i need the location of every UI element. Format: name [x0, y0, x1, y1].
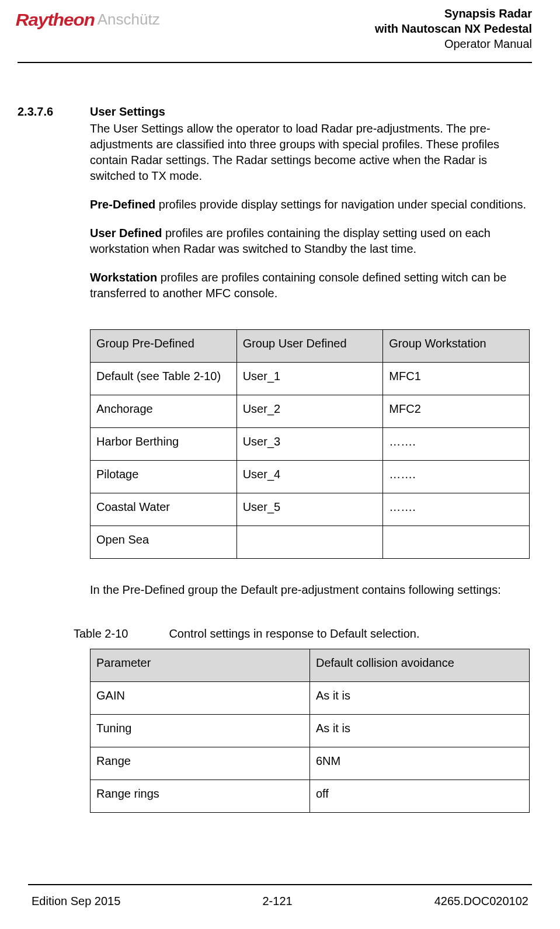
table-cell: …….: [383, 428, 530, 461]
table-row: Parameter Default collision avoidance: [91, 649, 530, 682]
logo: Raytheon Anschütz: [18, 6, 160, 32]
userdefined-term: User Defined: [90, 227, 162, 239]
table-row: Open Sea: [91, 526, 530, 559]
doc-title-block: Synapsis Radar with Nautoscan NX Pedesta…: [375, 6, 532, 51]
predefined-term: Pre-Defined: [90, 198, 155, 211]
footer-rule: [28, 884, 532, 885]
table-cell: Default (see Table 2-10): [91, 363, 237, 395]
settings-table-wrap: Parameter Default collision avoidance GA…: [90, 649, 530, 813]
page-content: 2.3.7.6 User Settings The User Settings …: [18, 63, 532, 813]
table-cell: …….: [383, 493, 530, 526]
table-cell: User_2: [236, 395, 383, 428]
footer-row: Edition Sep 2015 2-121 4265.DOC020102: [28, 893, 532, 909]
table-row: Range6NM: [91, 747, 530, 780]
table-row: Range ringsoff: [91, 780, 530, 813]
table-cell: Harbor Berthing: [91, 428, 237, 461]
section-title: User Settings: [90, 104, 165, 120]
table-row: TuningAs it is: [91, 715, 530, 747]
table-cell: MFC2: [383, 395, 530, 428]
table-row: PilotageUser_4…….: [91, 461, 530, 493]
table-cell: User_4: [236, 461, 383, 493]
table-cell: Coastal Water: [91, 493, 237, 526]
table-cell: User_1: [236, 363, 383, 395]
table-cell: As it is: [310, 682, 530, 715]
table-cell: …….: [383, 461, 530, 493]
section-number: 2.3.7.6: [18, 104, 90, 120]
table-cell: Pilotage: [91, 461, 237, 493]
intro-paragraph: The User Settings allow the operator to …: [90, 121, 530, 184]
doc-title-line1: Synapsis Radar: [375, 6, 532, 21]
page-footer: Edition Sep 2015 2-121 4265.DOC020102: [28, 884, 532, 909]
table-row: Coastal WaterUser_5…….: [91, 493, 530, 526]
table-row: Default (see Table 2-10)User_1MFC1: [91, 363, 530, 395]
page-header: Raytheon Anschütz Synapsis Radar with Na…: [18, 6, 532, 62]
doc-title-line2: with Nautoscan NX Pedestal: [375, 21, 532, 36]
footer-edition: Edition Sep 2015: [32, 893, 120, 909]
logo-main: Raytheon: [16, 8, 95, 32]
table-cell: 6NM: [310, 747, 530, 780]
table-cell: User_5: [236, 493, 383, 526]
table-row: AnchorageUser_2MFC2: [91, 395, 530, 428]
table-header: Group User Defined: [236, 330, 383, 363]
table-cell: User_3: [236, 428, 383, 461]
mid-paragraph: In the Pre-Defined group the Default pre…: [90, 582, 530, 598]
footer-page-number: 2-121: [262, 893, 292, 909]
section-heading: 2.3.7.6 User Settings: [18, 104, 532, 120]
table-caption-text: Control settings in response to Default …: [169, 626, 419, 642]
predefined-paragraph: Pre-Defined profiles provide display set…: [90, 197, 530, 213]
table-cell: Tuning: [91, 715, 310, 747]
table-cell: [236, 526, 383, 559]
doc-title-line3: Operator Manual: [375, 36, 532, 51]
workstation-paragraph: Workstation profiles are profiles contai…: [90, 270, 530, 301]
table-cell: MFC1: [383, 363, 530, 395]
table-cell: As it is: [310, 715, 530, 747]
table-cell: Range: [91, 747, 310, 780]
groups-table-wrap: Group Pre-Defined Group User Defined Gro…: [90, 329, 530, 559]
table-caption: Table 2-10 Control settings in response …: [74, 626, 532, 642]
table-cell: Open Sea: [91, 526, 237, 559]
table-cell: Anchorage: [91, 395, 237, 428]
table-cell: Range rings: [91, 780, 310, 813]
userdefined-paragraph: User Defined profiles are profiles conta…: [90, 225, 530, 257]
logo-sub: Anschütz: [98, 8, 160, 30]
table-row: Harbor BerthingUser_3…….: [91, 428, 530, 461]
table-cell: GAIN: [91, 682, 310, 715]
table-header: Parameter: [91, 649, 310, 682]
groups-table: Group Pre-Defined Group User Defined Gro…: [90, 329, 530, 559]
settings-table: Parameter Default collision avoidance GA…: [90, 649, 530, 813]
workstation-term: Workstation: [90, 271, 157, 284]
table-header: Group Pre-Defined: [91, 330, 237, 363]
footer-doc-id: 4265.DOC020102: [434, 893, 528, 909]
table-row: Group Pre-Defined Group User Defined Gro…: [91, 330, 530, 363]
table-cell: off: [310, 780, 530, 813]
table-caption-number: Table 2-10: [74, 626, 128, 642]
predefined-text: profiles provide display settings for na…: [155, 198, 526, 211]
table-row: GAINAs it is: [91, 682, 530, 715]
table-header: Group Workstation: [383, 330, 530, 363]
table-header: Default collision avoidance: [310, 649, 530, 682]
table-cell: [383, 526, 530, 559]
